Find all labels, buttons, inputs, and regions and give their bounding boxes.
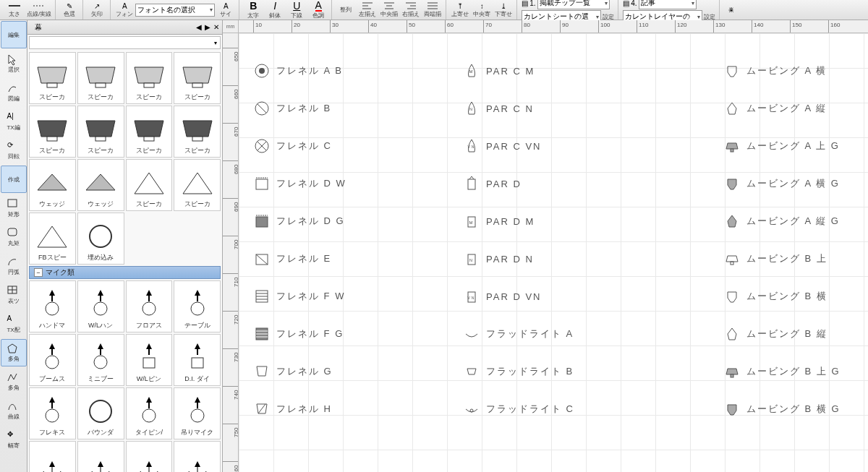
create-tool[interactable]: 作成 <box>1 166 27 193</box>
canvas-symbol[interactable]: VNPAR D VN <box>463 288 541 305</box>
edit-tool[interactable]: 編集 <box>1 21 27 48</box>
polygon2-tool[interactable]: 多角 <box>1 368 27 395</box>
canvas-symbol[interactable]: フレネル C <box>253 137 332 155</box>
canvas-symbol[interactable]: フレネル F G <box>253 325 344 343</box>
palette-item[interactable] <box>29 441 76 472</box>
font-name-select[interactable]: フォント名の選択▾ <box>135 4 215 17</box>
arc-tool[interactable]: 円弧 <box>1 252 27 280</box>
canvas-symbol[interactable]: MPAR D M <box>463 213 535 230</box>
palette-item[interactable]: フレキス <box>29 387 76 439</box>
palette-item[interactable]: 埋め込み <box>77 213 124 265</box>
palette-item[interactable] <box>174 441 221 472</box>
canvas-symbol[interactable]: PAR D <box>463 175 522 192</box>
ruler-horizontal[interactable]: 102030405060708090100110120130140150160 <box>239 20 868 33</box>
drawing-canvas[interactable]: フレネル A Bフレネル Bフレネル Cフレネル D Wフレネル D Gフレネル… <box>239 33 868 472</box>
canvas-symbol[interactable]: フレネル D W <box>253 175 346 192</box>
palette-item[interactable]: ハンドマ <box>29 280 76 332</box>
valign-mid-btn[interactable]: ↕中央寄 <box>471 1 493 20</box>
palette-item[interactable]: スピーカ <box>126 52 173 104</box>
palette-item[interactable]: W/Lピン <box>126 334 173 386</box>
settings-link-2[interactable]: 設定 <box>704 13 715 21</box>
canvas-symbol[interactable]: VNPAR C VN <box>463 137 541 155</box>
canvas-symbol[interactable]: NPAR D N <box>463 250 534 267</box>
palette-item[interactable]: ウェッジ <box>77 159 124 211</box>
palette-item[interactable]: スピーカ <box>126 106 173 158</box>
palette-next-btn[interactable]: ▶ <box>205 23 210 31</box>
line-style-select[interactable]: 点線/実線 <box>25 1 53 20</box>
palette-item[interactable]: タイピン/ <box>126 387 173 439</box>
palette-item[interactable]: テーブル <box>174 280 221 332</box>
roundrect-tool[interactable]: 丸矩 <box>1 223 27 251</box>
image-tool[interactable]: ✥幅寄 <box>1 426 27 453</box>
bold-btn[interactable]: B太字 <box>242 1 264 20</box>
color-select[interactable]: ✎ 色選 <box>59 1 80 20</box>
arrow-select[interactable]: ↗ 矢印 <box>86 1 108 20</box>
palette-item[interactable] <box>77 441 124 472</box>
article-select[interactable]: 記事▾ <box>639 0 697 9</box>
align-right-btn[interactable]: 右揃え <box>400 1 422 20</box>
palette-item[interactable]: バウンダ <box>77 387 124 439</box>
canvas-symbol[interactable]: ムービング A 横 G <box>723 175 840 192</box>
canvas-symbol[interactable]: ムービング B 縦 <box>723 325 827 343</box>
palette-section-header[interactable]: −マイク類 <box>29 266 221 279</box>
txedit-tool[interactable]: A|TX編 <box>1 108 27 135</box>
canvas-symbol[interactable]: ムービング B 横 <box>723 288 827 305</box>
canvas-symbol[interactable]: フラッドライト B <box>463 363 574 380</box>
table-tool[interactable]: 表ツ <box>1 281 27 309</box>
align-group-btn[interactable]: 整列 <box>335 1 357 20</box>
palette-item[interactable]: ブームス <box>29 334 76 386</box>
chip-list-select[interactable]: 掲載チップ一覧▾ <box>537 0 610 9</box>
canvas-symbol[interactable]: ムービング A 縦 <box>723 100 827 117</box>
canvas-symbol[interactable]: フレネル F W <box>253 288 345 305</box>
valign-bot-btn[interactable]: ⤓下寄せ <box>493 1 514 20</box>
palette-item[interactable]: D.I. ダイ <box>174 334 221 386</box>
canvas-symbol[interactable]: ムービング B 横 G <box>723 400 841 418</box>
canvas-symbol[interactable]: ムービング A 横 <box>723 62 827 80</box>
canvas-symbol[interactable]: フラッドライト C <box>463 400 574 418</box>
settings-link[interactable]: 設定 <box>603 13 614 21</box>
palette-item[interactable]: 吊りマイク <box>174 387 221 439</box>
thickness-select[interactable]: 太さ <box>4 1 25 20</box>
canvas-symbol[interactable]: フレネル A B <box>253 62 343 80</box>
palette-item[interactable]: ミニブー <box>77 334 124 386</box>
canvas-symbol[interactable]: ムービング B 上 <box>723 250 827 267</box>
align-left-btn[interactable]: 左揃え <box>357 1 378 20</box>
canvas-symbol[interactable]: MPAR C M <box>463 62 535 80</box>
rect-tool[interactable]: 矩形 <box>1 194 27 222</box>
palette-item[interactable]: スピーカ <box>126 159 173 211</box>
canvas-symbol[interactable]: フレネル E <box>253 250 331 267</box>
palette-item[interactable]: FBスピー <box>29 213 76 265</box>
underline-btn[interactable]: U下線 <box>286 1 307 20</box>
canvas-symbol[interactable]: フレネル G <box>253 363 333 380</box>
palette-item[interactable]: ウェッジ <box>29 159 76 211</box>
polygon-tool[interactable]: 多角 <box>1 339 27 366</box>
canvas-symbol[interactable]: フレネル H <box>253 400 332 418</box>
zuhen-tool[interactable]: 図編 <box>1 79 27 106</box>
ruler-vertical[interactable]: 650660670680690700710720730740750760 <box>223 33 239 472</box>
palette-prev-btn[interactable]: ◀ <box>196 23 202 31</box>
palette-item[interactable]: スピーカ <box>77 52 124 104</box>
font-color-btn[interactable]: A色調 <box>307 1 329 20</box>
palette-item[interactable]: フロアス <box>126 280 173 332</box>
settings-btn[interactable]: ⛯ <box>720 1 742 20</box>
palette-item[interactable]: W/Lハン <box>77 280 124 332</box>
align-center-btn[interactable]: 中央揃 <box>378 1 400 20</box>
align-justify-btn[interactable]: 両端揃 <box>422 1 443 20</box>
canvas-symbol[interactable]: ムービング B 上 G <box>723 363 841 380</box>
palette-item[interactable] <box>126 441 173 472</box>
canvas-symbol[interactable]: NPAR C N <box>463 100 534 117</box>
valign-top-btn[interactable]: ⤒上寄せ <box>449 1 471 20</box>
curve-tool[interactable]: 曲線 <box>1 397 27 424</box>
palette-search[interactable]: ▾ <box>29 36 221 49</box>
palette-item[interactable]: スピーカ <box>77 106 124 158</box>
palette-item[interactable]: スピーカ <box>29 106 76 158</box>
txplace-tool[interactable]: ATX配 <box>1 310 27 338</box>
canvas-symbol[interactable]: フレネル B <box>253 100 331 117</box>
select-tool[interactable]: 選択 <box>1 50 27 77</box>
palette-item[interactable]: スピーカ <box>174 106 221 158</box>
canvas-symbol[interactable]: フレネル D G <box>253 213 345 230</box>
rotate-tool[interactable]: ⟳回転 <box>1 137 27 164</box>
canvas-symbol[interactable]: ムービング A 縦 G <box>723 213 840 230</box>
canvas-symbol[interactable]: ムービング A 上 G <box>723 137 840 155</box>
palette-item[interactable]: スピーカ <box>174 52 221 104</box>
